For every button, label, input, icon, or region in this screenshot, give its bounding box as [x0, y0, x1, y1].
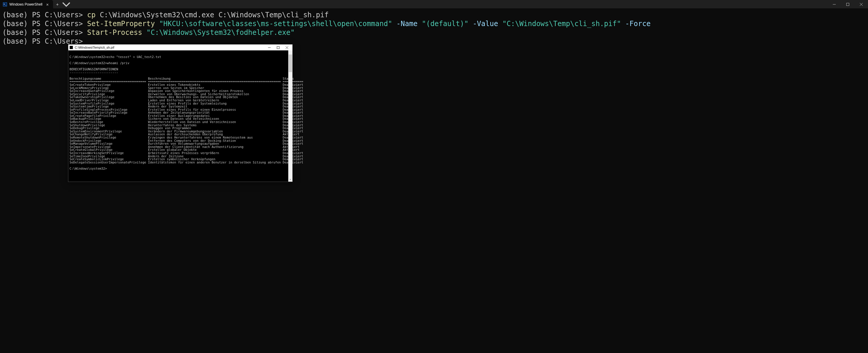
- child-terminal-output[interactable]: C:\Windows\system32>echo "tessst" > UAC_…: [68, 50, 292, 182]
- window-controls: [828, 0, 868, 9]
- tab-dropdown-button[interactable]: [62, 0, 71, 9]
- close-button[interactable]: [855, 0, 868, 9]
- window-titlebar: >_ Windows PowerShell ✕ +: [0, 0, 868, 9]
- child-window-title: C:\Windows\Temp\cli_sh.pif: [75, 46, 114, 49]
- new-tab-button[interactable]: +: [53, 0, 62, 9]
- powershell-icon: >_: [3, 2, 7, 6]
- svg-rect-1: [846, 3, 849, 6]
- tab-close-button[interactable]: ✕: [45, 2, 50, 7]
- svg-rect-5: [277, 46, 279, 49]
- terminal-tab[interactable]: >_ Windows PowerShell ✕: [0, 0, 53, 9]
- tab-title: Windows PowerShell: [9, 2, 42, 6]
- scroll-thumb[interactable]: [288, 55, 292, 72]
- child-close-button[interactable]: [282, 44, 291, 50]
- child-scrollbar[interactable]: ▴ ▾: [288, 50, 292, 182]
- cmd-icon: [69, 46, 73, 49]
- terminal-output[interactable]: (base) PS C:\Users> cp C:\Windows\System…: [0, 9, 868, 47]
- child-titlebar[interactable]: C:\Windows\Temp\cli_sh.pif: [68, 44, 292, 50]
- maximize-button[interactable]: [841, 0, 855, 9]
- elevated-cmd-window: C:\Windows\Temp\cli_sh.pif C:\Windows\sy…: [68, 44, 293, 182]
- child-maximize-button[interactable]: [274, 44, 282, 50]
- minimize-button[interactable]: [828, 0, 841, 9]
- scroll-down-button[interactable]: ▾: [288, 178, 292, 182]
- child-minimize-button[interactable]: [265, 44, 274, 50]
